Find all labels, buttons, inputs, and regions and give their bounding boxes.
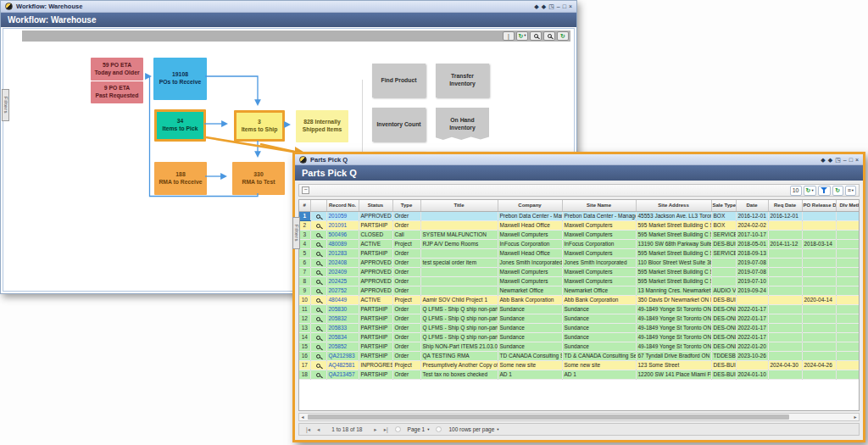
pin-alt-icon[interactable]: ◆ xyxy=(542,3,546,9)
refresh-options-button[interactable]: ↻▾ xyxy=(804,186,816,196)
row-search-icon[interactable] xyxy=(310,258,326,267)
layout-button[interactable]: | xyxy=(503,31,515,41)
node-po-eta-today[interactable]: 59 PO ETAToday and Older xyxy=(91,58,143,81)
filter-button[interactable] xyxy=(818,186,831,196)
cell-record-no[interactable]: 201059 xyxy=(326,211,359,220)
pin-icon[interactable]: ◆ xyxy=(821,157,825,163)
menu-button[interactable]: ≡▾ xyxy=(845,186,856,196)
maximize-icon[interactable]: □ xyxy=(849,157,853,163)
cell-record-no[interactable]: 500496 xyxy=(326,230,359,239)
column-header-Date[interactable]: Date xyxy=(736,200,768,211)
close-icon[interactable]: × xyxy=(569,3,572,9)
row-search-icon[interactable] xyxy=(310,314,326,323)
row-search-icon[interactable] xyxy=(310,370,326,379)
column-header-Dlv Meth[interactable]: Dlv Meth xyxy=(836,200,860,211)
scroll-right-icon[interactable]: ▸ xyxy=(852,414,859,420)
pin-icon[interactable]: ◆ xyxy=(534,3,538,9)
table-row[interactable]: 18QA213457PARTSHIPOrderTest tax no boxes… xyxy=(299,370,860,379)
cell-record-no[interactable]: 202409 xyxy=(326,267,359,276)
scroll-left-icon[interactable]: ◂ xyxy=(299,414,306,420)
column-header-search[interactable] xyxy=(310,200,326,211)
refresh-button[interactable]: ↻ xyxy=(832,186,843,196)
table-row[interactable]: 13205833PARTSHIPOrderQ LFMS - Ship Q shi… xyxy=(299,323,860,332)
table-row[interactable]: 6202408APPROVEDOrdertest special order i… xyxy=(299,258,860,267)
table-row[interactable]: 14205834PARTSHIPOrderQ LFMS - Ship Q shi… xyxy=(299,332,860,342)
cell-record-no[interactable]: 480089 xyxy=(326,239,359,248)
node-internally-shipped-items[interactable]: 828 InternallyShipped Items xyxy=(296,110,348,142)
node-items-to-pick[interactable]: 34Items to Pick xyxy=(154,109,206,142)
row-search-icon[interactable] xyxy=(310,332,326,342)
table-row[interactable]: 4480089ACTIVEProjectRJP A/V Demo RoomsIn… xyxy=(299,239,860,248)
node-rma-to-test[interactable]: 330RMA to Test xyxy=(232,162,285,195)
cell-record-no[interactable]: 480449 xyxy=(326,295,359,304)
cell-record-no[interactable]: QA213457 xyxy=(326,370,359,379)
row-search-icon[interactable] xyxy=(310,211,326,220)
column-header-Site Name[interactable]: Site Name xyxy=(562,200,636,211)
table-row[interactable]: 15205852PARTSHIPOrderShip NON-Part ITEMS… xyxy=(299,342,860,351)
minimize-icon[interactable]: – xyxy=(557,3,560,9)
table-row[interactable]: 3500496CLOSEDCallSYSTEM MALFUNCTIONMaxwe… xyxy=(299,230,860,239)
cell-record-no[interactable]: QA212983 xyxy=(326,351,359,360)
cell-record-no[interactable]: 201091 xyxy=(326,220,359,230)
row-search-icon[interactable] xyxy=(310,342,326,351)
workflow-filters-tab[interactable]: Filters xyxy=(2,89,9,121)
row-search-icon[interactable] xyxy=(310,304,326,314)
row-search-icon[interactable] xyxy=(310,286,326,295)
pin-alt-icon[interactable]: ◆ xyxy=(828,157,832,163)
column-header-PO Release Date[interactable]: PO Release Date xyxy=(802,200,836,211)
parts-titlebar[interactable]: Parts Pick Q ◆◆◳–□× xyxy=(295,154,863,165)
row-search-icon[interactable] xyxy=(310,267,326,276)
table-row[interactable]: 11205830PARTSHIPOrderQ LFMS - Ship Q shi… xyxy=(299,304,860,314)
transfer-inventory-button[interactable]: Transfer Inventory xyxy=(436,64,489,97)
workflow-titlebar[interactable]: Workflow: Warehouse ◆◆◳–□× xyxy=(1,1,576,13)
row-search-icon[interactable] xyxy=(310,295,326,304)
column-header-Site Address[interactable]: Site Address xyxy=(636,200,711,211)
row-search-icon[interactable] xyxy=(310,220,326,230)
table-row[interactable]: 2201091PARTSHIPOrderMaxwell Head OfficeM… xyxy=(299,220,860,230)
page-select[interactable]: Page 1 ▾ xyxy=(408,426,430,432)
row-search-icon[interactable] xyxy=(310,360,326,370)
row-search-icon[interactable] xyxy=(310,323,326,332)
collapse-button[interactable]: − xyxy=(302,186,309,194)
column-header-Req Date[interactable]: Req Date xyxy=(768,200,802,211)
cell-record-no[interactable]: 202752 xyxy=(326,286,359,295)
cell-record-no[interactable]: 205830 xyxy=(326,304,359,314)
cell-record-no[interactable]: 205832 xyxy=(326,314,359,323)
column-header-Status[interactable]: Status xyxy=(359,200,392,211)
popout-icon[interactable]: ◳ xyxy=(835,157,841,163)
cell-record-no[interactable]: 201283 xyxy=(326,248,359,258)
table-row[interactable]: 7202409APPROVEDOrderMaxwell ComputersMax… xyxy=(299,267,860,276)
refresh-options-button[interactable]: ↻▾ xyxy=(516,31,528,41)
popout-icon[interactable]: ◳ xyxy=(548,3,554,9)
row-search-icon[interactable] xyxy=(310,276,326,286)
node-rma-to-receive[interactable]: 188RMA to Receive xyxy=(154,162,207,195)
find-product-button[interactable]: Find Product xyxy=(372,64,426,97)
column-header-Sale Type[interactable]: Sale Type xyxy=(711,200,736,211)
table-row[interactable]: 16QA212983PARTSHIPOrderQA TESTING RMATD … xyxy=(299,351,860,360)
parts-filters-tab[interactable]: Filters xyxy=(292,217,300,249)
node-pos-to-receive[interactable]: 19108POs to Receive xyxy=(153,58,207,100)
cell-record-no[interactable]: 202408 xyxy=(326,258,359,267)
zoom-in-button[interactable] xyxy=(530,31,542,41)
cell-record-no[interactable]: 205852 xyxy=(326,342,359,351)
node-items-to-ship[interactable]: 3Items to Ship xyxy=(234,110,285,142)
inventory-count-button[interactable]: Inventory Count xyxy=(372,108,426,142)
column-header-Type[interactable]: Type xyxy=(392,200,420,211)
table-row[interactable]: 10480449ACTIVEProjectAamir SOV Child Pro… xyxy=(299,295,860,304)
row-search-icon[interactable] xyxy=(310,239,326,248)
table-row[interactable]: 5201283PARTSHIPOrderMaxwell Head OfficeM… xyxy=(299,248,860,258)
column-header-#[interactable]: # xyxy=(299,200,310,211)
close-icon[interactable]: × xyxy=(855,157,859,163)
page-size-button[interactable]: 10 xyxy=(790,186,802,196)
next-page-button[interactable]: ▸ xyxy=(374,426,376,433)
table-row[interactable]: 1201059APPROVEDOrderPrebon Data Center -… xyxy=(299,211,860,220)
table-row[interactable]: 8202425APPROVEDOrderMaxwell ComputersMax… xyxy=(299,276,860,286)
cell-record-no[interactable]: 202425 xyxy=(326,276,359,286)
column-header-Company[interactable]: Company xyxy=(498,200,562,211)
column-header-Record No.[interactable]: Record No. xyxy=(326,200,359,211)
prev-page-button[interactable]: ◂ xyxy=(317,426,320,433)
cell-record-no[interactable]: 205834 xyxy=(326,332,359,342)
cell-record-no[interactable]: AQ482581 xyxy=(326,360,359,370)
table-row[interactable]: 17AQ482581INPROGRESSProjectPresumptively… xyxy=(299,360,860,370)
on-hand-inventory-button[interactable]: On Hand Inventory xyxy=(436,108,489,142)
